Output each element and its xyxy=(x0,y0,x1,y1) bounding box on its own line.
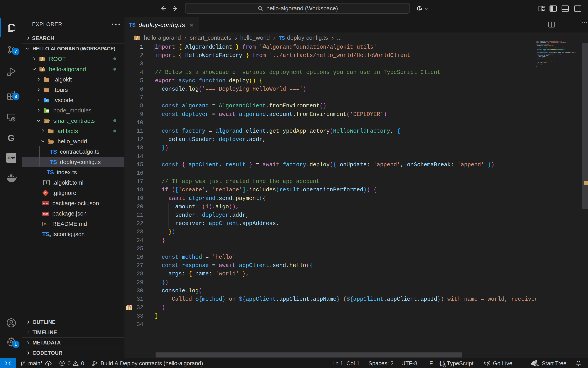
svg-text:JS: JS xyxy=(47,110,49,112)
